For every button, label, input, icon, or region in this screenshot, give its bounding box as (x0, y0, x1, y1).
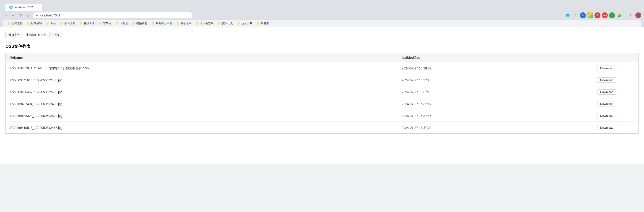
bookmark-item-1[interactable]: 📁 新闻播客 (25, 21, 44, 26)
folder-icon-5: 📁 (99, 22, 102, 25)
profile-rainbow[interactable] (587, 12, 593, 18)
bookmark-item-3[interactable]: 📁 学习文档 (58, 21, 77, 26)
file-modified-1: 2024-07-27 16:37:25 (398, 74, 575, 86)
file-modified-4: 2024-07-27 16:37:15 (398, 110, 575, 122)
bookmark-label-12: 运营工具 (242, 22, 252, 25)
translate-icon-btn[interactable]: 🌐 (564, 12, 571, 19)
file-name-1: 1722069445615_1722050692488.jpg (6, 74, 398, 86)
table-row: 1722069419515_1722050692488.jpg2024-07-2… (6, 122, 638, 134)
folder-icon-2: 📁 (46, 22, 50, 25)
profile-user[interactable]: 👤 (635, 12, 641, 18)
toolbar-right: 🌐 ☆ JH A ABP ↓ 🧩 ⇓ 👤 (564, 12, 641, 19)
bookmark-label-9: 科学上网 (180, 22, 192, 25)
file-action-0: Download (575, 62, 638, 74)
bookmark-item-11[interactable]: 📁 技术工具 (216, 21, 235, 26)
bookmark-label-5: 非常用 (103, 22, 111, 25)
table-row: 1722069438457_1722050692488.jpg2024-07-2… (6, 86, 638, 98)
col-header-modified: lastModified (398, 53, 575, 62)
file-modified-5: 2024-07-27 16:37:00 (398, 122, 575, 134)
page-content: 选择文件 未选择任何文件 上传 OSS文件列表 fileName lastMod… (0, 27, 644, 164)
address-bar[interactable]: ● (33, 12, 192, 18)
folder-icon-1: 📁 (27, 22, 30, 25)
bookmark-item-6[interactable]: 📁 大杂烩 (114, 21, 130, 26)
folder-icon-3: 📁 (60, 22, 64, 25)
table-header-row: fileName lastModified (6, 53, 638, 62)
download-button-5[interactable]: Download (597, 125, 616, 130)
col-header-action (575, 53, 638, 62)
back-button[interactable]: ← (3, 12, 9, 19)
url-input[interactable] (40, 14, 189, 17)
file-name-5: 1722069419515_1722050692488.jpg (6, 122, 398, 134)
folder-icon-10: 📁 (196, 22, 199, 25)
table-row: 1722069445615_1722050692488.jpg2024-07-2… (6, 74, 638, 86)
upload-button[interactable]: 上传 (50, 32, 63, 38)
bookmark-item-5[interactable]: 📁 非常用 (97, 21, 113, 26)
translate-icon: 🌐 (566, 14, 570, 17)
bookmark-label-2: 办公 (50, 22, 56, 25)
folder-icon-8: 📁 (152, 22, 155, 25)
table-row: 1722069437494_1722050692488.jpg2024-07-2… (6, 98, 638, 110)
file-action-3: Download (575, 98, 638, 110)
profile-download[interactable]: ↓ (609, 12, 615, 18)
file-modified-0: 2024-07-27 16:38:07 (398, 62, 575, 74)
file-table: fileName lastModified 1722069482871_2_AU… (6, 53, 638, 134)
extensions-button[interactable]: 🧩 (616, 12, 623, 19)
bookmark-label-1: 新闻播客 (31, 22, 42, 25)
bookmark-label-6: 大杂烩 (120, 22, 128, 25)
bookmark-item-2[interactable]: 📁 办公 (44, 21, 58, 26)
download-icon: ⇓ (630, 14, 632, 17)
folder-icon-13: 📁 (256, 22, 260, 25)
file-name-4: 1722069435328_1722050692488.jpg (6, 110, 398, 122)
col-header-filename: fileName (6, 53, 398, 62)
table-row: 1722069482871_2_AU、PR软件操作步骤文字说明.docx2024… (6, 62, 638, 74)
bookmark-item-9[interactable]: 📁 科学上网 (174, 21, 194, 26)
bookmark-label-0: 官方文档 (12, 22, 22, 25)
profile-jh[interactable]: JH (580, 12, 586, 18)
choose-file-button[interactable]: 选择文件 (6, 32, 23, 38)
bookmark-item-0[interactable]: 📁 官方文档 (6, 21, 24, 26)
reload-button[interactable]: ↻ (17, 12, 24, 19)
folder-icon-4: 📁 (79, 22, 83, 25)
nav-buttons: ← → ↻ ⌂ (3, 12, 31, 19)
file-modified-3: 2024-07-27 16:37:17 (398, 98, 575, 110)
home-button[interactable]: ⌂ (25, 12, 31, 19)
bookmark-label-8: 政务办公平台 (156, 22, 172, 25)
file-name-3: 1722069437494_1722050692488.jpg (6, 98, 398, 110)
download-button-0[interactable]: Download (597, 66, 616, 71)
active-tab[interactable]: 🌐 localhost:7001 (6, 4, 42, 11)
bookmark-item-7[interactable]: 📁 视频素材 (130, 21, 149, 26)
bookmark-item-4[interactable]: 📁 在线工具 (78, 21, 96, 26)
folder-icon-7: 📁 (132, 22, 136, 25)
download-button-1[interactable]: Download (597, 77, 616, 83)
download-button[interactable]: ⇓ (628, 12, 634, 19)
tab-title: localhost:7001 (14, 6, 34, 9)
star-icon: ☆ (574, 14, 577, 17)
bookmark-item-12[interactable]: 📁 运营工具 (235, 21, 254, 26)
puzzle-icon: 🧩 (618, 14, 622, 17)
file-name-2: 1722069438457_1722050692488.jpg (6, 86, 398, 98)
bookmark-label-3: 学习文档 (64, 22, 75, 25)
bookmark-label-4: 在线工具 (84, 22, 95, 25)
upload-section: 选择文件 未选择任何文件 上传 (6, 32, 638, 38)
file-modified-2: 2024-07-27 16:37:18 (398, 86, 575, 98)
download-button-2[interactable]: Download (597, 89, 616, 95)
bookmark-item-10[interactable]: 📁 个人备忘录 (194, 21, 216, 26)
bookmark-star-button[interactable]: ☆ (572, 12, 578, 19)
profile-abp[interactable]: ABP (602, 12, 608, 18)
folder-icon-6: 📁 (116, 22, 119, 25)
file-action-2: Download (575, 86, 638, 98)
bookmark-item-13[interactable]: 📁 所有书 (255, 21, 271, 26)
profile-a[interactable]: A (594, 12, 600, 18)
folder-icon-12: 📁 (237, 22, 240, 25)
tab-favicon: 🌐 (9, 6, 13, 9)
file-action-5: Download (575, 122, 638, 134)
file-name-0: 1722069482871_2_AU、PR软件操作步骤文字说明.docx (6, 62, 398, 74)
bookmarks-bar: 📁 官方文档 📁 新闻播客 📁 办公 📁 学习文档 📁 在线工具 📁 非常用 📁… (3, 20, 641, 27)
folder-icon-0: 📁 (7, 22, 11, 25)
bookmark-item-8[interactable]: 📁 政务办公平台 (150, 21, 174, 26)
download-button-3[interactable]: Download (597, 101, 616, 106)
download-button-4[interactable]: Download (597, 113, 616, 118)
file-action-1: Download (575, 74, 638, 86)
forward-button[interactable]: → (10, 12, 16, 19)
bookmark-label-11: 技术工具 (222, 22, 233, 25)
